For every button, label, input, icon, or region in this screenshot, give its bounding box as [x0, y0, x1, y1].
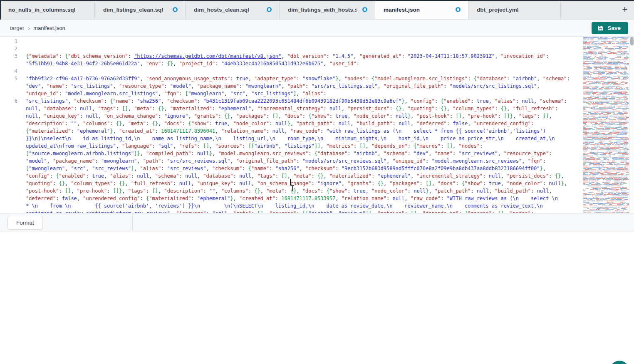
tab-label: dbt_project.yml: [477, 7, 519, 13]
code-editor: 123{"metadata": {"dbt_schema_version": "…: [0, 37, 634, 213]
tab-label: manifest.json: [384, 7, 420, 13]
window-top-edge: [0, 0, 634, 1]
code-line: 3{"metadata": {"dbt_schema_version": "ht…: [0, 52, 582, 67]
tab-label: dim_listings_with_hosts.sql: [288, 7, 357, 13]
scrollbar-thumb[interactable]: [630, 37, 634, 45]
save-button-label: Save: [607, 25, 621, 31]
line-number: 2: [0, 45, 17, 52]
line-number: 5: [0, 75, 17, 82]
unsaved-indicator-dot: [173, 7, 178, 12]
dbt-ide-window: no_nulls_in_columns.sql dim_listings_cle…: [0, 0, 634, 364]
unsaved-indicator-dot: [362, 7, 367, 12]
tab-bar-spacer: [561, 0, 616, 19]
tab-label: no_nulls_in_columns.sql: [8, 7, 75, 13]
tab-label: dim_hosts_clean.sql: [194, 7, 249, 13]
line-number: 4: [0, 67, 17, 75]
tab-no-nulls-in-columns-sql[interactable]: no_nulls_in_columns.sql: [0, 0, 95, 19]
save-button[interactable]: Save: [592, 22, 628, 34]
breadcrumb-folder: target: [10, 25, 24, 31]
editor-minimap[interactable]: [582, 37, 629, 213]
tab-dim-hosts-clean-sql[interactable]: dim_hosts_clean.sql: [186, 0, 280, 19]
unsaved-indicator-dot: [456, 7, 461, 12]
floppy-disk-icon: [597, 25, 604, 31]
code-line: 5"fbb9f3c2-cf96-4a17-b736-976a62d35ff9",…: [0, 75, 582, 97]
line-number: 1: [0, 37, 17, 45]
tab-dim-listings-with-hosts-sql[interactable]: dim_listings_with_hosts.sql: [280, 0, 375, 19]
tab-label: dim_listings_clean.sql: [103, 7, 163, 13]
new-tab-button[interactable]: +: [616, 0, 634, 19]
file-header-bar: target › manifest.json Save: [0, 20, 634, 37]
editor-tab-bar: no_nulls_in_columns.sql dim_listings_cle…: [0, 0, 634, 20]
code-line: 6"src_listings", "checksum": {"name": "s…: [0, 97, 582, 213]
editor-footer-bar: Format: [0, 213, 634, 232]
code-line: 2: [0, 45, 582, 52]
plus-icon: +: [622, 4, 628, 15]
mouse-ibeam-cursor: [290, 185, 295, 192]
breadcrumb-file: manifest.json: [33, 25, 65, 31]
code-line: 4: [0, 67, 582, 75]
editor-scrollbar[interactable]: [629, 37, 634, 213]
code-line: 1: [0, 37, 582, 45]
line-number: 3: [0, 52, 17, 60]
chevron-right-icon: ›: [28, 25, 30, 32]
tab-dbt-project-yml[interactable]: dbt_project.yml: [468, 0, 561, 19]
window-left-edge: [0, 0, 1, 20]
footer-divider: [132, 213, 133, 232]
line-number: 6: [0, 97, 17, 105]
unsaved-indicator-dot: [267, 7, 272, 12]
results-panel: [0, 232, 634, 364]
tab-manifest-json[interactable]: manifest.json: [375, 0, 468, 19]
tab-dim-listings-clean-sql[interactable]: dim_listings_clean.sql: [95, 0, 186, 19]
format-button[interactable]: Format: [7, 216, 43, 230]
